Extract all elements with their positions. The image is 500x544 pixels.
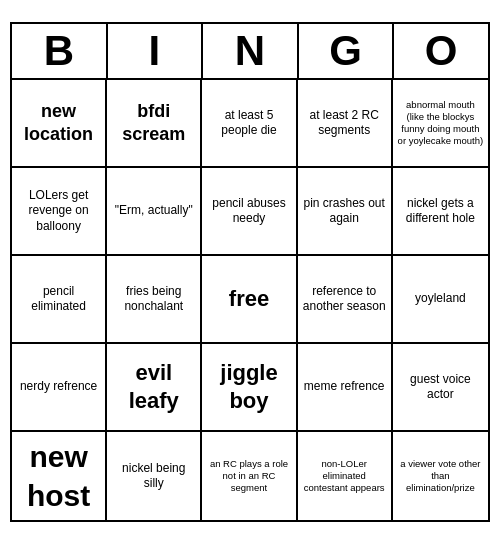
bingo-cell-r3c4: reference to another season — [298, 256, 393, 344]
header-o: O — [394, 24, 488, 78]
bingo-cell-r3c1: pencil eliminated — [12, 256, 107, 344]
bingo-cell-r2c1: LOLers get revenge on balloony — [12, 168, 107, 256]
bingo-cell-r2c2: "Erm, actually" — [107, 168, 202, 256]
bingo-cell-r1c4: at least 2 RC segments — [298, 80, 393, 168]
bingo-cell-r2c3: pencil abuses needy — [202, 168, 297, 256]
bingo-cell-r5c1: new host — [12, 432, 107, 520]
bingo-cell-r5c3: an RC plays a role not in an RC segment — [202, 432, 297, 520]
bingo-cell-r1c5: abnormal mouth (like the blockys funny d… — [393, 80, 488, 168]
bingo-cell-r1c1: new location — [12, 80, 107, 168]
bingo-cell-r3c2: fries being nonchalant — [107, 256, 202, 344]
bingo-cell-r1c2: bfdi scream — [107, 80, 202, 168]
bingo-header: B I N G O — [12, 24, 488, 80]
header-i: I — [108, 24, 204, 78]
bingo-cell-r5c2: nickel being silly — [107, 432, 202, 520]
header-n: N — [203, 24, 299, 78]
bingo-cell-r1c3: at least 5 people die — [202, 80, 297, 168]
bingo-cell-r4c5: guest voice actor — [393, 344, 488, 432]
bingo-cell-r3c3: free — [202, 256, 297, 344]
bingo-cell-r3c5: yoyleland — [393, 256, 488, 344]
bingo-cell-r4c2: evil leafy — [107, 344, 202, 432]
header-g: G — [299, 24, 395, 78]
bingo-cell-r2c5: nickel gets a different hole — [393, 168, 488, 256]
header-b: B — [12, 24, 108, 78]
bingo-grid: new locationbfdi screamat least 5 people… — [12, 80, 488, 520]
bingo-cell-r4c4: meme refrence — [298, 344, 393, 432]
bingo-cell-r2c4: pin crashes out again — [298, 168, 393, 256]
bingo-cell-r4c1: nerdy refrence — [12, 344, 107, 432]
bingo-cell-r5c4: non-LOLer eliminated contestant appears — [298, 432, 393, 520]
bingo-card: B I N G O new locationbfdi screamat leas… — [10, 22, 490, 522]
bingo-cell-r4c3: jiggle boy — [202, 344, 297, 432]
bingo-cell-r5c5: a viewer vote other than elimination/pri… — [393, 432, 488, 520]
